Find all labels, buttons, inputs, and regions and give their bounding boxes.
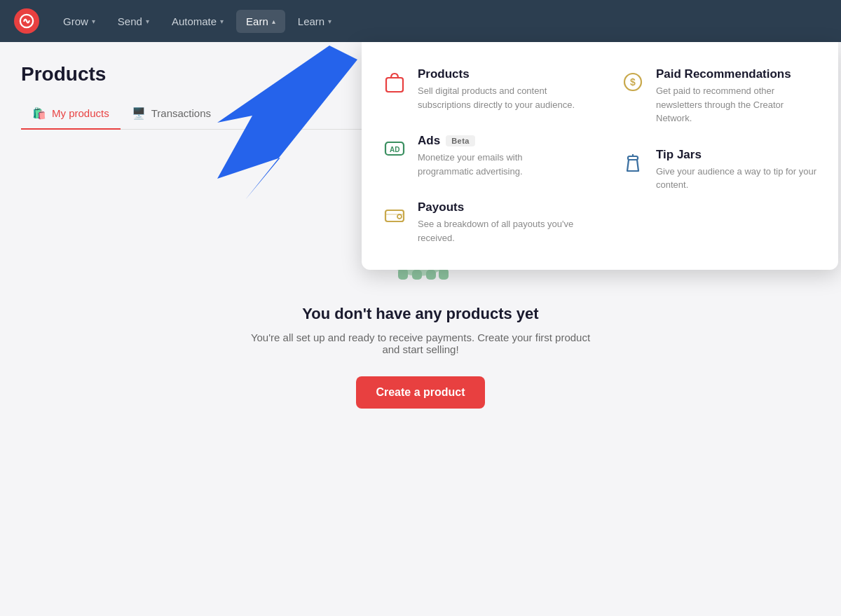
transactions-tab-icon: 🖥️: [132, 107, 146, 120]
payouts-content: Payouts See a breakdown of all payouts y…: [418, 200, 580, 245]
payouts-title: Payouts: [418, 200, 580, 214]
ads-icon: AD: [381, 135, 408, 162]
svg-point-18: [397, 214, 402, 219]
dropdown-item-ads[interactable]: AD Ads Beta Monetize your emails with pr…: [362, 123, 600, 189]
payouts-icon: [381, 202, 408, 228]
send-chevron-icon: ▾: [146, 18, 149, 25]
ads-content: Ads Beta Monetize your emails with progr…: [418, 134, 580, 178]
dropdown-left-col: Products Sell digital products and conte…: [362, 56, 600, 256]
nav-earn[interactable]: Earn ▴: [236, 10, 285, 33]
payouts-desc: See a breakdown of all payouts you've re…: [418, 217, 580, 245]
dropdown-item-paid-recs[interactable]: $ Paid Recommendations Get paid to recom…: [600, 56, 838, 137]
grow-chevron-icon: ▾: [92, 18, 95, 25]
empty-title: You don't have any products yet: [302, 305, 538, 323]
ads-title: Ads Beta: [418, 134, 580, 148]
tab-my-products[interactable]: 🛍️ My products: [21, 100, 121, 130]
paid-recs-content: Paid Recommendations Get paid to recomme…: [656, 67, 819, 125]
nav-learn[interactable]: Learn ▾: [288, 10, 341, 33]
earn-chevron-icon: ▴: [272, 18, 275, 25]
tip-jars-desc: Give your audience a way to tip for your…: [656, 165, 819, 192]
nav-grow[interactable]: Grow ▾: [53, 10, 105, 33]
nav-send[interactable]: Send ▾: [108, 10, 159, 33]
svg-rect-13: [386, 78, 403, 92]
tip-jars-content: Tip Jars Give your audience a way to tip…: [656, 148, 819, 192]
products-icon: [381, 69, 408, 95]
dropdown-item-products[interactable]: Products Sell digital products and conte…: [362, 56, 600, 123]
products-desc: Sell digital products and content subscr…: [418, 84, 580, 111]
dropdown-item-payouts[interactable]: Payouts See a breakdown of all payouts y…: [362, 189, 600, 256]
nav-automate[interactable]: Automate ▾: [162, 10, 233, 33]
logo[interactable]: [14, 8, 39, 34]
svg-rect-12: [439, 268, 449, 280]
earn-dropdown: Products Sell digital products and conte…: [362, 42, 838, 270]
nav-items: Grow ▾ Send ▾ Automate ▾ Earn ▴ Learn ▾: [53, 10, 341, 33]
paid-recs-desc: Get paid to recommend other newsletters …: [656, 84, 819, 125]
create-product-button[interactable]: Create a product: [356, 376, 484, 409]
paid-recs-icon: $: [620, 69, 646, 95]
bag-tab-icon: 🛍️: [32, 107, 46, 120]
svg-rect-11: [426, 270, 436, 280]
automate-chevron-icon: ▾: [220, 18, 224, 25]
svg-rect-9: [398, 268, 408, 280]
beta-badge: Beta: [446, 135, 475, 146]
ads-desc: Monetize your emails with programmatic a…: [418, 151, 580, 178]
svg-text:AD: AD: [390, 146, 399, 153]
paid-recs-title: Paid Recommendations: [656, 67, 819, 81]
dropdown-item-tip-jars[interactable]: Tip Jars Give your audience a way to tip…: [600, 137, 838, 203]
tab-transactions[interactable]: 🖥️ Transactions: [121, 100, 222, 130]
svg-text:$: $: [630, 76, 636, 88]
learn-chevron-icon: ▾: [328, 18, 331, 25]
dropdown-right-col: $ Paid Recommendations Get paid to recom…: [600, 56, 838, 256]
products-content: Products Sell digital products and conte…: [418, 67, 580, 111]
tip-jars-title: Tip Jars: [656, 148, 819, 162]
empty-subtitle: You're all set up and ready to receive p…: [245, 331, 596, 355]
svg-rect-10: [412, 270, 422, 280]
svg-rect-21: [628, 156, 638, 160]
tip-jars-icon: [620, 149, 646, 176]
navbar: Grow ▾ Send ▾ Automate ▾ Earn ▴ Learn ▾: [0, 0, 841, 42]
dropdown-grid: Products Sell digital products and conte…: [362, 56, 838, 256]
products-title: Products: [418, 67, 580, 81]
